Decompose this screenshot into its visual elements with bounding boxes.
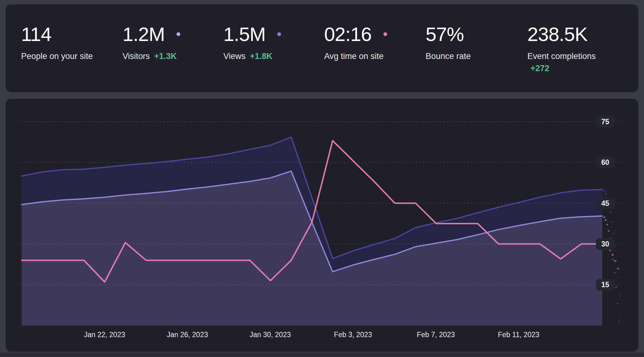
views-label: Views xyxy=(223,52,246,61)
stat-value-row: 238.5K xyxy=(527,24,596,44)
edge-dot xyxy=(612,259,614,260)
edge-dot xyxy=(605,193,606,194)
edge-dot xyxy=(603,216,605,218)
edge-dot xyxy=(617,303,618,304)
edge-dot xyxy=(608,230,610,232)
stats-summary-card: 114 People on your site 1.2M Visitors +1… xyxy=(6,4,638,92)
views-series-dot xyxy=(277,32,281,36)
stat-people-on-site: 114 People on your site xyxy=(21,4,93,92)
stat-label-row: Views +1.8K xyxy=(223,52,281,61)
x-axis-tick-jan22: Jan 22, 2023 xyxy=(77,331,132,339)
y-axis-tick-30: 30 xyxy=(596,238,615,250)
event-completions-delta: +272 xyxy=(530,64,596,73)
bounce-rate-value: 57% xyxy=(426,24,464,44)
bounce-rate-label: Bounce rate xyxy=(426,52,471,61)
stat-value-row: 114 xyxy=(21,24,93,44)
y-axis-tick-60: 60 xyxy=(596,157,615,168)
avg-time-series-dot xyxy=(383,32,387,36)
stat-value-row: 1.5M xyxy=(223,24,281,44)
visitors-series-dot xyxy=(177,32,180,36)
y-axis-tick-75: 75 xyxy=(596,116,615,128)
visitors-label: Visitors xyxy=(123,52,150,61)
stat-label-row: Bounce rate xyxy=(426,52,471,61)
event-completions-value: 238.5K xyxy=(527,24,588,44)
stat-label-row: Avg time on site xyxy=(324,52,387,61)
x-axis-tick-feb11: Feb 11, 2023 xyxy=(491,331,547,339)
stat-event-completions: 238.5K Event completions +272 xyxy=(527,4,596,92)
edge-dot xyxy=(609,212,611,213)
x-axis-tick-feb7: Feb 7, 2023 xyxy=(408,331,464,339)
stat-value-row: 02:16 xyxy=(324,24,387,44)
visitors-delta: +1.3K xyxy=(154,52,177,61)
event-completions-label: Event completions xyxy=(527,52,596,61)
edge-dot xyxy=(603,190,605,192)
stat-label-row: People on your site xyxy=(21,52,93,61)
x-axis-tick-feb3: Feb 3, 2023 xyxy=(325,331,381,339)
visitors-value: 1.2M xyxy=(123,24,165,44)
stat-views: 1.5M Views +1.8K xyxy=(223,4,281,92)
edge-dot xyxy=(615,260,616,262)
stat-visitors: 1.2M Visitors +1.3K xyxy=(123,4,180,92)
stat-label-row: Event completions xyxy=(527,52,596,61)
people-count-label: People on your site xyxy=(21,52,93,61)
views-delta: +1.8K xyxy=(250,52,273,61)
edge-dot xyxy=(612,254,614,256)
edge-dot xyxy=(617,268,619,269)
stat-value-row: 1.2M xyxy=(123,24,180,44)
traffic-chart-card: 75 60 45 30 15 Jan 22, 2023 Jan 26, 2023… xyxy=(6,99,638,352)
y-axis-tick-15: 15 xyxy=(596,279,615,291)
people-count-value: 114 xyxy=(21,24,51,44)
stat-value-row: 57% xyxy=(426,24,471,44)
edge-dot xyxy=(612,233,614,234)
edge-dot xyxy=(614,272,615,273)
edge-dot xyxy=(615,287,617,288)
x-axis-tick-jan30: Jan 30, 2023 xyxy=(242,331,298,339)
avg-time-label: Avg time on site xyxy=(324,52,384,61)
views-value: 1.5M xyxy=(223,24,266,44)
edge-dot xyxy=(611,221,612,223)
stat-label-row: Visitors +1.3K xyxy=(123,52,180,61)
edge-dot xyxy=(620,314,621,315)
stat-bounce-rate: 57% Bounce rate xyxy=(426,4,471,92)
edge-dot xyxy=(605,219,606,221)
y-axis-tick-45: 45 xyxy=(596,198,615,209)
x-axis-tick-jan26: Jan 26, 2023 xyxy=(159,331,215,339)
bottom-bar xyxy=(0,353,644,357)
avg-time-value: 02:16 xyxy=(324,24,372,44)
analytics-dashboard: { "colors": { "page_bg": "#3a3c45", "car… xyxy=(0,0,644,357)
edge-dot xyxy=(606,224,608,225)
edge-dot xyxy=(617,276,618,278)
edge-dot xyxy=(618,321,620,322)
traffic-area-chart-canvas[interactable] xyxy=(6,99,638,352)
edge-dot xyxy=(618,294,620,296)
stat-avg-time: 02:16 Avg time on site xyxy=(324,4,387,92)
